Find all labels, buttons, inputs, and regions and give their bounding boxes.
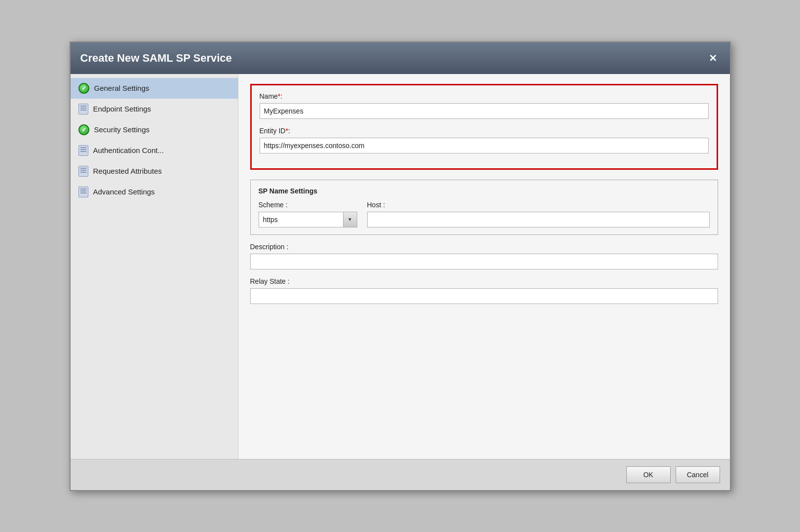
description-field-group: Description : [250,243,718,269]
main-content: Name*: Entity ID*: SP Name Settings Sche… [238,74,730,459]
sidebar-item-advanced-settings[interactable]: Advanced Settings [71,182,238,202]
host-label: Host : [367,201,710,209]
sidebar-item-endpoint-settings-label: Endpoint Settings [93,105,152,113]
scheme-host-row: Scheme : https http ▼ Host : [259,201,710,228]
highlighted-section: Name*: Entity ID*: [250,84,718,170]
sidebar-item-authentication-cont-label: Authentication Cont... [93,146,164,154]
sidebar-item-general-settings[interactable]: General Settings [71,78,238,99]
sidebar-item-authentication-cont[interactable]: Authentication Cont... [71,140,238,161]
scheme-select[interactable]: https http [259,212,343,228]
requested-attributes-icon [78,166,88,177]
create-saml-sp-dialog: Create New SAML SP Service ✕ General Set… [70,41,731,491]
sidebar-item-security-settings[interactable]: Security Settings [71,119,238,140]
sidebar-item-endpoint-settings[interactable]: Endpoint Settings [71,99,238,119]
dialog-title: Create New SAML SP Service [80,52,232,65]
sidebar-item-requested-attributes-label: Requested Attributes [93,167,162,175]
sidebar-item-general-settings-label: General Settings [94,84,150,92]
dialog-footer: OK Cancel [71,459,730,490]
cancel-button[interactable]: Cancel [676,466,720,483]
description-input[interactable] [250,254,718,269]
sp-name-settings-legend: SP Name Settings [259,187,710,195]
sidebar-item-requested-attributes[interactable]: Requested Attributes [71,161,238,182]
entity-id-input[interactable] [260,138,709,153]
sidebar: General Settings Endpoint Settings Secur… [71,74,238,459]
entity-id-field-group: Entity ID*: [260,127,709,153]
sidebar-item-security-settings-label: Security Settings [94,125,150,134]
scheme-label: Scheme : [259,201,357,209]
scheme-select-wrapper: https http ▼ [259,212,357,228]
endpoint-settings-icon [78,104,88,114]
sidebar-item-advanced-settings-label: Advanced Settings [93,188,155,196]
scheme-field: Scheme : https http ▼ [259,201,357,228]
relay-state-input[interactable] [250,288,718,304]
name-field-group: Name*: [260,92,709,119]
relay-state-label: Relay State : [250,277,718,285]
description-label: Description : [250,243,718,251]
dialog-body: General Settings Endpoint Settings Secur… [71,74,730,459]
host-input[interactable] [367,212,710,228]
general-settings-icon [78,83,89,94]
advanced-settings-icon [78,187,88,197]
host-field: Host : [367,201,710,228]
name-label: Name*: [260,92,709,100]
relay-state-field-group: Relay State : [250,277,718,304]
scheme-select-arrow[interactable]: ▼ [343,212,357,228]
sp-name-settings-section: SP Name Settings Scheme : https http ▼ [250,180,718,235]
ok-button[interactable]: OK [626,466,671,483]
dialog-header: Create New SAML SP Service ✕ [71,42,730,74]
close-button[interactable]: ✕ [706,51,720,65]
security-settings-icon [78,124,89,135]
authentication-cont-icon [78,145,88,156]
name-input[interactable] [260,103,709,119]
entity-id-label: Entity ID*: [260,127,709,135]
